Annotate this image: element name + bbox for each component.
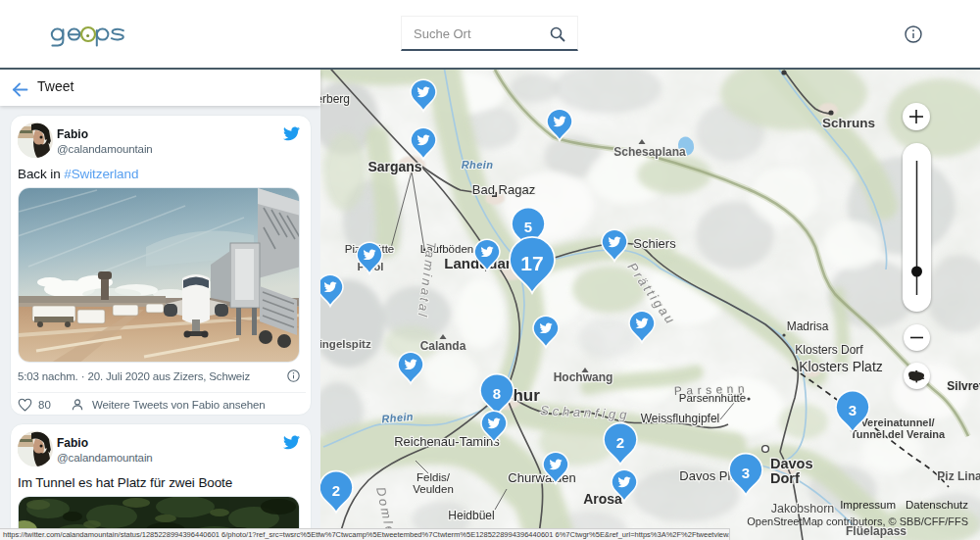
svg-text:Klosters Dorf: Klosters Dorf: [795, 343, 863, 357]
svg-text:2: 2: [616, 434, 624, 451]
svg-text:Davos: Davos: [770, 456, 813, 471]
svg-text:Flumserberg: Flumserberg: [320, 92, 350, 106]
svg-text:Madrisa: Madrisa: [787, 319, 829, 333]
svg-text:Arosa: Arosa: [583, 491, 622, 507]
svg-text:Hochwang: Hochwang: [554, 370, 613, 384]
svg-text:Schruns: Schruns: [822, 116, 875, 130]
svg-text:Dorf: Dorf: [770, 470, 800, 486]
svg-text:Veulden: Veulden: [413, 483, 454, 495]
svg-text:3: 3: [849, 402, 857, 418]
svg-text:Vereinatunnel/: Vereinatunnel/: [860, 417, 934, 428]
svg-text:Jakobshorn: Jakobshorn: [771, 502, 835, 515]
svg-text:Schiers: Schiers: [633, 236, 676, 251]
svg-text:Piz Linard: Piz Linard: [937, 469, 980, 483]
svg-text:OpenStreetMap contributors, ©: OpenStreetMap contributors, © SBB/CFF/FF…: [747, 515, 968, 527]
svg-text:Reichenau-Tamins: Reichenau-Tamins: [394, 434, 500, 449]
svg-text:8: 8: [493, 385, 501, 402]
svg-text:Ringelspitz: Ringelspitz: [320, 338, 371, 350]
svg-text:2: 2: [332, 482, 340, 499]
svg-text:3: 3: [742, 465, 750, 481]
svg-text:Impressum: Impressum: [840, 499, 896, 511]
svg-text:Schesaplana: Schesaplana: [613, 145, 686, 159]
svg-text:Sargans: Sargans: [368, 159, 421, 174]
svg-text:Silvretta: Silvretta: [947, 379, 980, 393]
svg-text:Tunnel del Veraina: Tunnel del Veraina: [851, 428, 946, 440]
svg-text:Feldis/: Feldis/: [416, 471, 451, 483]
svg-text:Parsenn: Parsenn: [674, 381, 750, 398]
svg-text:17: 17: [520, 252, 543, 274]
svg-text:Heidbüel: Heidbüel: [448, 509, 494, 522]
svg-text:Bad Ragaz: Bad Ragaz: [472, 182, 535, 197]
svg-text:Datenschutz: Datenschutz: [906, 499, 968, 511]
svg-text:Rhein: Rhein: [462, 159, 494, 171]
svg-text:Klosters Platz: Klosters Platz: [799, 359, 883, 374]
svg-text:Weissfluhgipfel: Weissfluhgipfel: [641, 412, 719, 425]
svg-text:5: 5: [524, 219, 532, 235]
svg-text:Calanda: Calanda: [420, 339, 466, 353]
